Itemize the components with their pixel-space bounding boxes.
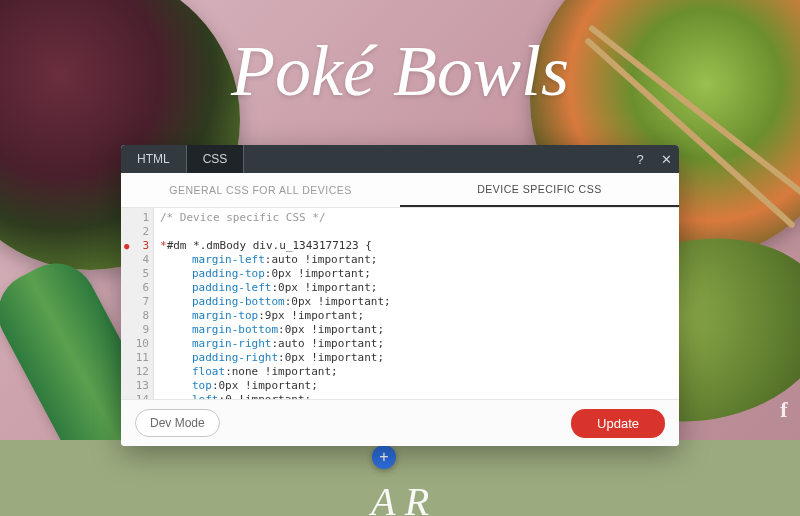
panel-top-bar: HTML CSS ? ✕ xyxy=(121,145,679,173)
tab-css[interactable]: CSS xyxy=(186,145,245,173)
dev-panel: HTML CSS ? ✕ GENERAL CSS FOR ALL DEVICES… xyxy=(121,145,679,446)
subtab-device-css[interactable]: DEVICE SPECIFIC CSS xyxy=(400,173,679,207)
sub-tabs: GENERAL CSS FOR ALL DEVICES DEVICE SPECI… xyxy=(121,173,679,208)
update-button[interactable]: Update xyxy=(571,409,665,438)
code-editor[interactable]: 123456789101112131415161718 /* Device sp… xyxy=(121,208,679,399)
tab-html[interactable]: HTML xyxy=(121,145,186,173)
facebook-icon[interactable]: f xyxy=(774,395,794,425)
editor-gutter: 123456789101112131415161718 xyxy=(121,208,154,399)
hero-title: Poké Bowls xyxy=(0,30,800,113)
close-icon[interactable]: ✕ xyxy=(653,146,679,172)
subtab-general-css[interactable]: GENERAL CSS FOR ALL DEVICES xyxy=(121,173,400,207)
dev-mode-button[interactable]: Dev Mode xyxy=(135,409,220,437)
editor-code[interactable]: /* Device specific CSS */ *#dm *.dmBody … xyxy=(154,208,679,399)
panel-footer: Dev Mode Update xyxy=(121,399,679,446)
page: Poké Bowls f A R + HTML CSS ? ✕ GENERAL … xyxy=(0,0,800,516)
add-fab-button[interactable]: + xyxy=(372,445,396,469)
help-icon[interactable]: ? xyxy=(627,146,653,172)
section-subtitle: A R xyxy=(0,478,800,516)
